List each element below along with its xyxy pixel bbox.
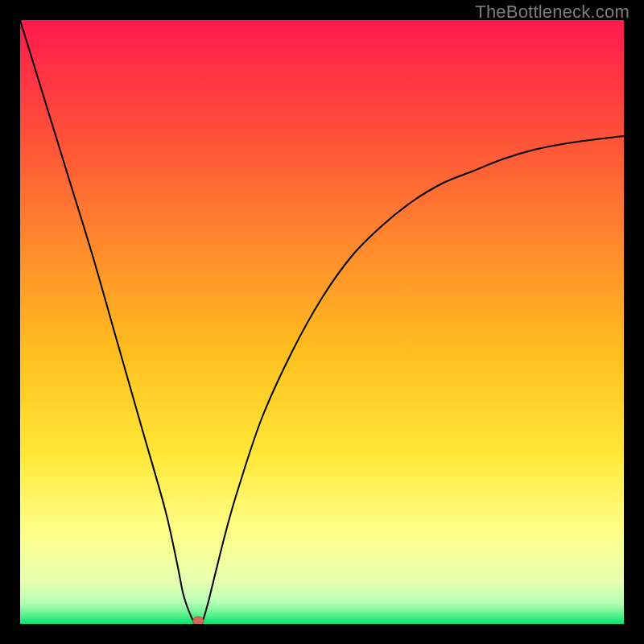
bottleneck-curve-chart	[20, 20, 624, 624]
chart-container: TheBottleneck.com	[0, 0, 644, 644]
optimal-point-marker	[193, 617, 204, 624]
plot-area	[20, 20, 624, 624]
gradient-background	[20, 20, 624, 624]
